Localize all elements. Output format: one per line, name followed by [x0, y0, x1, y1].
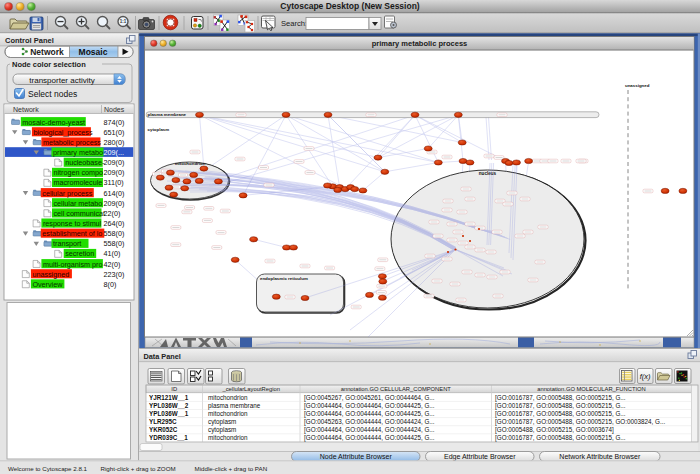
- svg-text:plasma membrane: plasma membrane: [148, 112, 187, 117]
- svg-text:558(0): 558(0): [104, 229, 125, 238]
- svg-text:Node color selection: Node color selection: [12, 60, 86, 69]
- svg-text:209(0): 209(0): [104, 199, 125, 208]
- svg-text:Search:: Search:: [281, 19, 307, 28]
- svg-text:ID: ID: [171, 386, 177, 392]
- svg-text:[GO:0016787, GO:0005488, GO:00: [GO:0016787, GO:0005488, GO:0005215, G..…: [495, 394, 626, 402]
- svg-text:614(0): 614(0): [104, 189, 125, 198]
- svg-text:Middle-click + drag to PAN: Middle-click + drag to PAN: [195, 465, 268, 472]
- svg-text:transporter activity: transporter activity: [29, 76, 94, 85]
- svg-text:YJR121W__1: YJR121W__1: [149, 394, 189, 401]
- svg-text:nitrogen compo: nitrogen compo: [54, 168, 104, 177]
- svg-text:metabolic process: metabolic process: [43, 138, 101, 147]
- svg-text:Right-click + drag to ZOOM: Right-click + drag to ZOOM: [101, 465, 176, 472]
- svg-text:Control Panel: Control Panel: [5, 36, 54, 45]
- svg-text:264(0): 264(0): [104, 219, 125, 228]
- svg-text:unassigned: unassigned: [32, 270, 69, 279]
- svg-text:209(0): 209(0): [104, 168, 125, 177]
- svg-text:Network Attribute Browser: Network Attribute Browser: [559, 453, 641, 460]
- svg-text:annotation.GO CELLULAR_COMPONE: annotation.GO CELLULAR_COMPONENT: [341, 386, 452, 392]
- svg-text:[GO:0045263, GO:0044444, GO:00: [GO:0045263, GO:0044444, GO:0044424, G..…: [304, 418, 435, 426]
- svg-text:558(0): 558(0): [104, 239, 125, 248]
- svg-text:multi-organism pro: multi-organism pro: [43, 260, 103, 269]
- svg-text:209(...: 209(...: [104, 148, 124, 157]
- svg-text:mitochondrion: mitochondrion: [208, 394, 248, 401]
- svg-text:response to stimul: response to stimul: [43, 219, 102, 228]
- svg-text:YDR039C__1: YDR039C__1: [149, 434, 188, 441]
- svg-text:cytoplasm: cytoplasm: [148, 127, 170, 132]
- svg-text:YLR295C: YLR295C: [149, 418, 177, 425]
- svg-text:nucleus: nucleus: [479, 171, 497, 176]
- svg-text:[GO:0016787, GO:0005488, GO:00: [GO:0016787, GO:0005488, GO:0005215, G..…: [495, 434, 626, 442]
- svg-text:Node Attribute Browser: Node Attribute Browser: [320, 453, 393, 460]
- svg-text:41(0): 41(0): [104, 249, 121, 258]
- svg-text:cell communicat: cell communicat: [54, 209, 106, 218]
- svg-text:f(x): f(x): [640, 372, 651, 381]
- svg-text:311(0): 311(0): [104, 178, 124, 187]
- svg-text:Mosaic: Mosaic: [79, 47, 108, 57]
- svg-text:cytoplasm: cytoplasm: [208, 418, 236, 426]
- svg-text:unassigned: unassigned: [625, 83, 650, 88]
- svg-text:transport: transport: [53, 239, 81, 248]
- svg-text:[GO:0044464, GO:0044444, GO:00: [GO:0044464, GO:0044444, GO:0044425, G..…: [304, 434, 435, 442]
- svg-text:macromolecule: macromolecule: [54, 178, 103, 187]
- svg-text:[GO:0045267, GO:0045261, GO:00: [GO:0045267, GO:0045261, GO:0044464, G..…: [304, 394, 435, 402]
- svg-text:Network: Network: [30, 47, 64, 57]
- svg-text:Data Panel: Data Panel: [144, 352, 181, 361]
- svg-text:874(0): 874(0): [104, 118, 125, 127]
- svg-text:cellular metabo: cellular metabo: [54, 199, 103, 208]
- svg-text:Welcome to Cytoscape 2.8.1: Welcome to Cytoscape 2.8.1: [8, 465, 88, 472]
- svg-text:280(0): 280(0): [104, 138, 125, 147]
- svg-text:42(0): 42(0): [104, 260, 121, 269]
- svg-text:Cytoscape Desktop (New Session: Cytoscape Desktop (New Session): [280, 1, 420, 11]
- svg-text:8(0): 8(0): [104, 280, 117, 289]
- svg-text:secretion: secretion: [65, 249, 94, 258]
- svg-text:annotation.GO MOLECULAR_FUNCTI: annotation.GO MOLECULAR_FUNCTION: [537, 386, 646, 392]
- svg-text:Edge Attribute Browser: Edge Attribute Browser: [444, 453, 516, 461]
- svg-text:223(0): 223(0): [104, 270, 125, 279]
- svg-text:[GO:0044464, GO:0044464, GO:00: [GO:0044464, GO:0044464, GO:0044425, G..…: [304, 402, 435, 410]
- svg-text:[GO:0016787, GO:0005488, GO:00: [GO:0016787, GO:0005488, GO:0005215, GO:…: [495, 418, 665, 426]
- svg-text:plasma membrane: plasma membrane: [208, 402, 261, 410]
- svg-text:22(0): 22(0): [104, 209, 121, 218]
- svg-text:primary metabo: primary metabo: [53, 148, 103, 157]
- svg-text:cellular process: cellular process: [42, 189, 92, 198]
- svg-text:mitochondrion: mitochondrion: [208, 410, 248, 417]
- svg-text:mosaic-demo-yeast: mosaic-demo-yeast: [22, 118, 85, 127]
- svg-text:mitochondrion: mitochondrion: [208, 434, 248, 441]
- svg-text:YPL036W__2: YPL036W__2: [149, 402, 189, 409]
- svg-text:[GO:0005488, GO:0005215, GO:00: [GO:0005488, GO:0005215, GO:0003674]: [495, 426, 614, 434]
- svg-text:YKR052C: YKR052C: [149, 426, 178, 433]
- svg-text:[GO:0044464, GO:0044444, GO:00: [GO:0044464, GO:0044444, GO:0044425, G..…: [304, 410, 435, 418]
- svg-text:YPL036W__1: YPL036W__1: [149, 410, 189, 417]
- svg-text:[GO:0016787, GO:0005488, GO:00: [GO:0016787, GO:0005488, GO:0005215, G..…: [495, 402, 626, 410]
- svg-text:endoplasmic reticulum: endoplasmic reticulum: [260, 276, 308, 281]
- svg-text:nucleobase-: nucleobase-: [65, 158, 105, 167]
- svg-text:[GO:0016787, GO:0005488, GO:00: [GO:0016787, GO:0005488, GO:0005215, G..…: [495, 410, 626, 418]
- svg-text:Nodes: Nodes: [104, 106, 125, 113]
- svg-text:_cellularLayoutRegion: _cellularLayoutRegion: [222, 386, 280, 392]
- svg-text:[GO:0044464, GO:0044444, GO:00: [GO:0044464, GO:0044444, GO:0044424, G..…: [304, 426, 435, 434]
- svg-text:biological_process: biological_process: [33, 128, 93, 137]
- svg-text:Select nodes: Select nodes: [28, 89, 77, 99]
- svg-text:Network: Network: [13, 106, 39, 113]
- svg-text:1:1: 1:1: [120, 19, 127, 24]
- svg-text:209(0): 209(0): [104, 158, 125, 167]
- svg-text:651(0): 651(0): [104, 128, 125, 137]
- svg-text:Overview: Overview: [32, 280, 63, 289]
- svg-text:primary metabolic process: primary metabolic process: [372, 39, 467, 48]
- svg-text:establishment of lo: establishment of lo: [42, 229, 102, 238]
- svg-text:cytoplasm: cytoplasm: [208, 426, 236, 434]
- svg-text:mitochondrion: mitochondrion: [175, 161, 206, 166]
